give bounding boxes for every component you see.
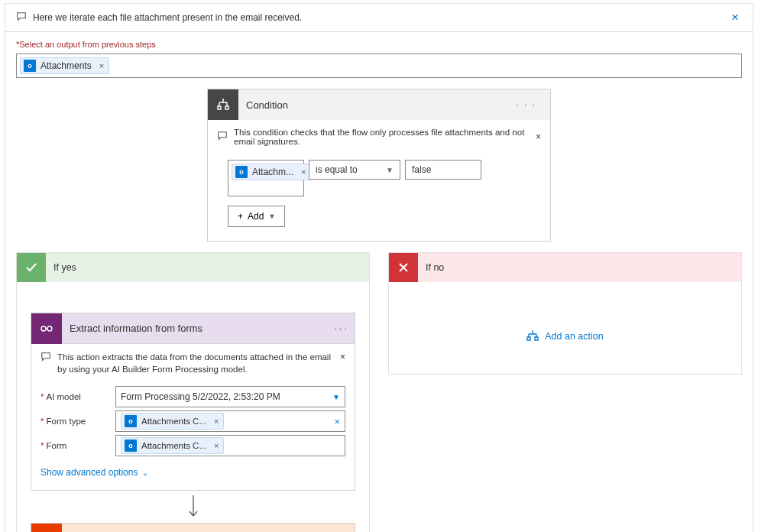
close-icon[interactable]: × xyxy=(340,352,345,362)
form-row: *Form o Attachments C... × xyxy=(40,435,345,456)
add-action-label: Add an action xyxy=(545,331,603,342)
check-icon xyxy=(17,253,46,282)
select-output-label: *Select an output from previous steps xyxy=(5,32,753,50)
add-action-icon xyxy=(526,329,539,344)
outlook-icon: o xyxy=(235,166,248,178)
form-type-row: *Form type o Attachments C... × × xyxy=(40,410,345,432)
add-label: Add xyxy=(248,211,264,222)
form-type-token[interactable]: o Attachments C... × xyxy=(121,413,224,430)
more-icon[interactable]: · · · xyxy=(334,323,347,334)
token-label: Attachments xyxy=(40,60,92,71)
add-button[interactable]: + Add ▼ xyxy=(228,206,285,227)
condition-branches: If yes Extract information from forms · … xyxy=(5,242,753,532)
chevron-down-icon: ▼ xyxy=(332,393,340,401)
form-token[interactable]: o Attachments C... × xyxy=(121,437,224,454)
extract-title: Extract information from forms xyxy=(70,323,326,334)
condition-header[interactable]: Condition · · · xyxy=(208,89,550,120)
output-token-field[interactable]: o Attachments × xyxy=(16,54,742,78)
operator-text: is equal to xyxy=(316,164,358,175)
iterate-note-row: Here we iterate each file attachment pre… xyxy=(5,4,753,32)
ai-model-row: *AI model Form Processing 5/2/2022, 2:53… xyxy=(40,386,345,407)
condition-operand-input[interactable]: o Attachm... × xyxy=(228,160,304,196)
extract-note-row: This action extracts the data from the d… xyxy=(40,344,345,383)
apply-to-each-container: Here we iterate each file attachment pre… xyxy=(5,3,753,532)
outlook-icon: o xyxy=(125,415,137,427)
if-yes-header: If yes xyxy=(17,253,369,282)
ai-model-label: *AI model xyxy=(40,392,109,401)
extract-header[interactable]: Extract information from forms · · · xyxy=(31,313,355,344)
x-icon xyxy=(389,253,418,282)
chevron-down-icon: ▼ xyxy=(268,212,275,220)
comment-icon xyxy=(40,352,51,365)
comment-icon xyxy=(217,131,228,144)
clear-icon[interactable]: × xyxy=(334,416,340,427)
if-no-label: If no xyxy=(426,262,444,273)
svg-point-0 xyxy=(41,326,46,331)
value-text: false xyxy=(412,164,431,175)
close-icon[interactable]: × xyxy=(536,131,541,142)
extract-info-card: Extract information from forms · · · Thi… xyxy=(31,313,355,491)
remove-token-icon[interactable]: × xyxy=(214,417,219,426)
attachments-token[interactable]: o Attachments × xyxy=(20,57,109,74)
form-type-label: *Form type xyxy=(40,417,109,426)
form-input[interactable]: o Attachments C... × xyxy=(115,435,345,456)
office-icon xyxy=(31,524,62,532)
connector-arrow xyxy=(31,491,355,523)
condition-note-row: This condition checks that the flow only… xyxy=(208,120,550,154)
token-label: Attachments C... xyxy=(141,417,206,426)
svg-point-1 xyxy=(47,326,52,331)
add-action-link[interactable]: Add an action xyxy=(526,329,603,344)
condition-title: Condition xyxy=(246,99,502,111)
form-label: *Form xyxy=(40,441,109,450)
get-profile-card[interactable]: Get my profile (V2) · · · xyxy=(31,523,355,532)
outlook-icon: o xyxy=(24,60,36,72)
remove-token-icon[interactable]: × xyxy=(99,61,104,70)
chevron-down-icon: ▼ xyxy=(386,166,394,174)
attachment-token[interactable]: o Attachm... × xyxy=(232,164,311,180)
more-icon[interactable]: · · · xyxy=(510,96,543,113)
remove-token-icon[interactable]: × xyxy=(214,441,219,450)
plus-icon: + xyxy=(238,211,243,222)
condition-value-input[interactable]: false xyxy=(405,160,481,180)
extract-note-text: This action extracts the data from the d… xyxy=(57,352,334,375)
if-yes-label: If yes xyxy=(53,262,76,273)
chevron-down-icon: ⌄ xyxy=(142,469,148,477)
close-icon[interactable]: × xyxy=(728,10,742,25)
ai-model-value: Form Processing 5/2/2022, 2:53:20 PM xyxy=(121,391,280,402)
if-yes-branch: If yes Extract information from forms · … xyxy=(16,252,370,532)
token-label: Attachm... xyxy=(252,167,293,177)
condition-body: o Attachm... × is equal to ▼ fa xyxy=(208,154,550,241)
ai-model-select[interactable]: Form Processing 5/2/2022, 2:53:20 PM ▼ xyxy=(115,386,345,407)
outlook-icon: o xyxy=(125,440,137,452)
adv-label: Show advanced options xyxy=(40,467,138,478)
if-no-header: If no xyxy=(389,253,741,282)
condition-icon xyxy=(208,89,238,120)
remove-token-icon[interactable]: × xyxy=(301,167,306,177)
form-type-input[interactable]: o Attachments C... × × xyxy=(115,410,345,432)
condition-card: Condition · · · This condition checks th… xyxy=(207,89,551,242)
condition-operator-select[interactable]: is equal to ▼ xyxy=(309,160,400,180)
condition-note-text: This condition checks that the flow only… xyxy=(234,128,530,146)
if-no-branch: If no Add an action xyxy=(388,252,742,375)
advanced-options-link[interactable]: Show advanced options ⌄ xyxy=(40,459,148,481)
comment-icon xyxy=(16,11,27,24)
ai-builder-icon xyxy=(31,313,62,344)
token-label: Attachments C... xyxy=(141,441,206,450)
iterate-note-text: Here we iterate each file attachment pre… xyxy=(33,12,728,23)
